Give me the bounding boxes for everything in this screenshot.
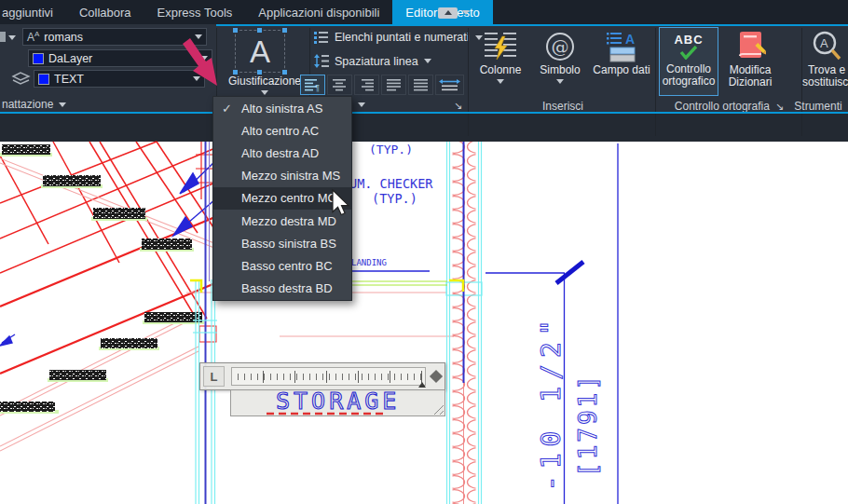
field-button[interactable]: A Campo dati <box>591 27 652 96</box>
svg-text:A: A <box>625 32 635 47</box>
align-distribute-button[interactable] <box>408 75 433 95</box>
find-replace-icon: A <box>810 30 843 63</box>
symbol-button[interactable]: @ Simbolo <box>533 27 587 96</box>
chevron-down-icon <box>556 79 564 84</box>
menu-item-basso-centro[interactable]: Basso centro BC <box>213 255 351 278</box>
chevron-down-icon[interactable] <box>8 35 16 40</box>
layer-value: TEXT <box>54 73 84 86</box>
tab-collabora[interactable]: Collabora <box>66 0 144 24</box>
bullet-list-icon <box>314 31 329 44</box>
chevron-down-icon <box>462 10 470 15</box>
spell-check-button[interactable]: ABC Controllo ortografico <box>659 27 718 96</box>
svg-text:A: A <box>820 36 828 50</box>
menu-item-alto-destra[interactable]: Alto destra AD <box>213 142 351 164</box>
chevron-down-icon <box>193 76 200 81</box>
chevron-down-icon[interactable] <box>358 102 365 107</box>
align-center-button[interactable] <box>327 75 352 95</box>
layer-combobox[interactable]: TEXT <box>34 70 205 88</box>
clipped-icon <box>0 32 6 42</box>
separator <box>468 28 469 136</box>
menu-item-alto-sinistra[interactable]: ✓ Alto sinistra AS <box>213 97 351 119</box>
abc-spellcheck-icon: ABC <box>674 34 703 46</box>
bullets-numbering-button[interactable]: Elenchi puntati e numerati <box>314 31 483 44</box>
chevron-down-icon <box>59 102 66 107</box>
drawing-background <box>0 114 848 142</box>
mtext-edit-box[interactable] <box>230 389 445 416</box>
ribbon-tab-bar: aggiuntivi Collabora Express Tools Appli… <box>0 0 848 24</box>
edit-dictionaries-button[interactable]: Modifica Dizionari <box>720 27 780 96</box>
menu-item-basso-sinistra[interactable]: Basso sinistra BS <box>213 232 351 254</box>
find-replace-button[interactable]: A Trova e sostituisci <box>805 27 848 96</box>
collapse-icon <box>445 10 452 15</box>
menu-item-mezzo-sinistra[interactable]: Mezzo sinistra MS <box>213 165 351 187</box>
chevron-down-icon <box>195 34 202 39</box>
ruler-ticks[interactable] <box>231 367 426 386</box>
svg-text:¶: ¶ <box>315 83 320 92</box>
tab-aggiuntivi[interactable]: aggiuntivi <box>0 0 66 24</box>
columns-button[interactable]: Colonne <box>473 27 527 96</box>
separator <box>655 28 656 136</box>
at-symbol-icon: @ <box>546 33 574 61</box>
align-right-button[interactable] <box>354 75 379 95</box>
ribbon-bottom-border <box>0 112 848 114</box>
mtext-ruler[interactable]: L <box>199 362 445 390</box>
font-value: romans <box>44 31 83 44</box>
tab-express-tools[interactable]: Express Tools <box>144 0 246 24</box>
menu-item-mezzo-destra[interactable]: Mezzo destra MD <box>213 210 351 232</box>
align-justify-button[interactable] <box>381 75 406 95</box>
ribbon-display-button[interactable] <box>438 7 470 19</box>
dialog-launcher-icon[interactable]: ↘ <box>775 101 784 113</box>
chevron-down-icon <box>261 90 268 95</box>
color-value: DaLayer <box>48 52 92 65</box>
menu-item-alto-centro[interactable]: Alto centro AC <box>213 119 351 142</box>
annotative-text-icon: AA <box>27 31 39 43</box>
color-combobox[interactable]: DaLayer <box>28 49 212 67</box>
checkmark-icon: ✓ <box>222 102 232 116</box>
dictionary-book-icon <box>734 31 766 62</box>
distribute-horizontal-button[interactable] <box>435 75 464 95</box>
align-left-button[interactable]: ¶ <box>300 75 325 95</box>
ribbon: AA romans DaLayer TEXT nattazione <box>0 26 848 112</box>
tab-applicazioni-disponibili[interactable]: Applicazioni disponibili <box>245 0 392 24</box>
field-icon: A <box>605 31 638 62</box>
group-label-formattazione[interactable]: nattazione <box>2 97 66 112</box>
drawing-canvas[interactable] <box>0 142 848 504</box>
width-diamond-handle[interactable] <box>430 370 443 383</box>
indent-marker[interactable] <box>418 382 426 388</box>
dialog-launcher-icon[interactable]: ↘ <box>454 100 462 112</box>
menu-item-mezzo-centro[interactable]: Mezzo centro MC <box>213 187 351 210</box>
line-spacing-button[interactable]: Spaziatura linea <box>314 54 431 68</box>
justification-icon: A <box>236 31 284 72</box>
layers-icon <box>11 72 31 87</box>
line-spacing-icon <box>314 54 329 68</box>
chevron-down-icon <box>424 59 431 63</box>
chevron-down-icon <box>200 56 208 61</box>
chevron-down-icon <box>497 79 504 84</box>
panel-formattazione: AA romans DaLayer TEXT nattazione <box>0 24 216 112</box>
tab-stop-icon[interactable]: L <box>203 366 225 387</box>
justification-menu: ✓ Alto sinistra AS Alto centro AC Alto d… <box>212 96 352 301</box>
color-swatch <box>33 53 44 64</box>
justification-label: Giustificazione <box>220 75 309 88</box>
font-combobox[interactable]: AA romans <box>22 28 207 46</box>
columns-icon <box>484 31 517 62</box>
layer-color-swatch <box>38 74 49 85</box>
menu-item-basso-destra[interactable]: Basso destra BD <box>213 278 351 300</box>
resize-handle[interactable] <box>431 402 444 415</box>
